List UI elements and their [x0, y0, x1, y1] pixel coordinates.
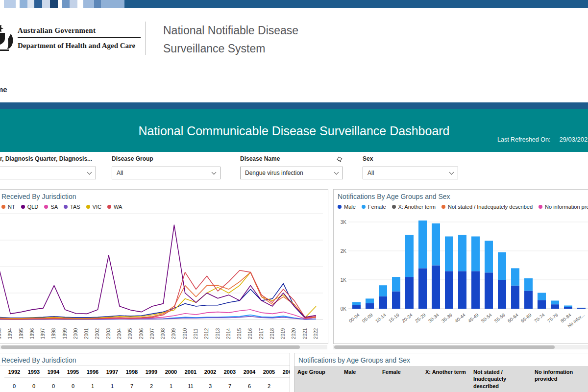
mosaic-tile [34, 0, 42, 8]
bar-female-segment[interactable] [485, 241, 493, 272]
bar-female-segment[interactable] [392, 277, 400, 292]
bar-female-segment[interactable] [538, 293, 546, 300]
year-cell-value: 0 [4, 378, 24, 389]
legend-item-qld[interactable]: QLD [21, 204, 39, 210]
x-axis-label: 1993 [0, 328, 2, 339]
bar-male-segment[interactable] [471, 271, 480, 309]
x-axis-label: 1994 [7, 328, 13, 339]
bar-female-segment[interactable] [405, 235, 414, 277]
bar-female-segment[interactable] [458, 235, 466, 271]
panel-notifications-by-jurisdiction: Received By Jurisdiction NTQLDSATASVICWA… [0, 189, 328, 344]
filter-diagnosis-period-label: r, Diagnosis Quarter, Diagnosis... [0, 155, 92, 162]
bar-female-segment[interactable] [551, 300, 559, 304]
panel-notifications-by-age-sex: Notifications By Age Groups and Sex Male… [333, 189, 588, 344]
bar-male-segment[interactable] [458, 271, 466, 309]
x-axis-label: 2006 [139, 328, 144, 339]
bar-female-segment[interactable] [418, 220, 427, 268]
legend-dot-icon [64, 205, 68, 209]
bar-female-segment[interactable] [524, 278, 533, 291]
legend-item-male[interactable]: Male [338, 204, 356, 210]
bar-male-segment[interactable] [551, 304, 559, 309]
disease-group-dropdown[interactable]: All [112, 167, 220, 179]
line-chart-title: Received By Jurisdiction [0, 190, 328, 200]
bar-female-segment[interactable] [366, 298, 374, 303]
bar-female-segment[interactable] [471, 237, 480, 271]
legend-item-tas[interactable]: TAS [64, 204, 80, 210]
right-panel-hscrollbar[interactable] [333, 345, 588, 349]
x-axis-label: 60-64 [507, 312, 519, 324]
year-cell-value: 0 [44, 378, 63, 389]
bar-female-segment[interactable] [445, 237, 453, 271]
eraser-icon[interactable] [336, 156, 343, 162]
bar-male-segment[interactable] [418, 268, 427, 309]
jurisdiction-line-chart[interactable]: 1993199419951996199719981999200020012002… [0, 211, 323, 342]
x-axis-label: 20-24 [401, 312, 414, 324]
disease-name-dropdown[interactable]: Dengue virus infection [240, 167, 343, 179]
mosaic-tile [0, 0, 4, 8]
panel-table-age-sex: Notifications by Age Groups and Sex Age … [294, 353, 588, 392]
bar-male-segment[interactable] [392, 292, 400, 309]
legend-item-wa[interactable]: WA [107, 204, 122, 210]
bar-female-segment[interactable] [432, 223, 440, 266]
gov-line1: Australian Government [18, 26, 141, 35]
bar-female-segment[interactable] [498, 252, 506, 280]
legend-item-vic[interactable]: VIC [86, 204, 101, 210]
age-sex-column-header: Female [379, 366, 422, 392]
legend-item-no-information-provided[interactable]: No information provided [539, 204, 588, 210]
line-series-qld[interactable] [0, 225, 316, 317]
scrollbar-thumb[interactable] [1, 345, 300, 349]
x-axis-label: 2000 [73, 328, 78, 339]
bar-male-segment[interactable] [379, 296, 387, 309]
bar-male-segment[interactable] [405, 277, 414, 309]
age-sex-bar-chart[interactable]: 0K1K2K3K00-0405-0910-1415-1920-2425-2930… [334, 211, 588, 342]
sex-dropdown[interactable]: All [363, 167, 458, 179]
year-cell-value: 1 [102, 378, 122, 389]
legend-item-not-stated-inadequately-described[interactable]: Not stated / Inadequately described [441, 204, 533, 210]
bar-male-segment[interactable] [511, 286, 519, 309]
bar-male-segment[interactable] [577, 308, 586, 309]
bar-female-segment[interactable] [511, 268, 519, 285]
diagnosis-period-dropdown[interactable] [0, 167, 96, 179]
bar-male-segment[interactable] [524, 291, 533, 309]
bar-male-segment[interactable] [432, 266, 440, 309]
line-series-wa[interactable] [0, 270, 316, 319]
year-column-header: 2000 [161, 366, 181, 377]
bar-female-segment[interactable] [577, 308, 586, 308]
bar-male-segment[interactable] [538, 300, 546, 309]
x-axis-label: 2007 [149, 328, 155, 339]
bar-female-segment[interactable] [379, 285, 387, 296]
x-axis-label: 1995 [19, 328, 24, 339]
legend-item-nt[interactable]: NT [1, 204, 15, 210]
bar-male-segment[interactable] [498, 280, 506, 309]
legend-dot-icon [44, 205, 48, 209]
mosaic-tile [50, 0, 58, 8]
bar-male-segment[interactable] [352, 305, 361, 309]
table-right-title: Notifications by Age Groups and Sex [294, 353, 588, 364]
mosaic-tile [101, 0, 124, 8]
legend-item-sa[interactable]: SA [44, 204, 58, 210]
line-series-vic[interactable] [0, 272, 316, 318]
legend-dot-icon [21, 205, 25, 209]
legend-label: SA [50, 204, 58, 210]
bar-male-segment[interactable] [485, 272, 493, 309]
x-axis-label: 2020 [291, 328, 296, 339]
chevron-down-icon [87, 170, 92, 174]
legend-dot-icon [107, 205, 111, 209]
x-axis-label: 2010 [182, 328, 188, 339]
bar-male-segment[interactable] [564, 307, 572, 309]
legend-item-x-another-term[interactable]: X: Another term [392, 204, 436, 210]
bar-female-segment[interactable] [564, 306, 572, 307]
x-axis-label: 30-34 [427, 312, 440, 324]
year-column-header: 2006 [279, 366, 290, 377]
scrollbar-thumb[interactable] [334, 345, 555, 349]
x-axis-label: 2018 [270, 328, 275, 339]
legend-item-female[interactable]: Female [362, 204, 386, 210]
left-panel-hscrollbar[interactable] [0, 345, 327, 349]
bar-female-segment[interactable] [352, 302, 361, 305]
legend-dot-icon [362, 205, 366, 209]
nav-item-home[interactable]: Home [0, 85, 10, 96]
bar-male-segment[interactable] [366, 303, 374, 309]
line-series-nt[interactable] [0, 272, 316, 319]
bar-male-segment[interactable] [445, 271, 453, 309]
year-cell-value: 1 [161, 378, 181, 389]
